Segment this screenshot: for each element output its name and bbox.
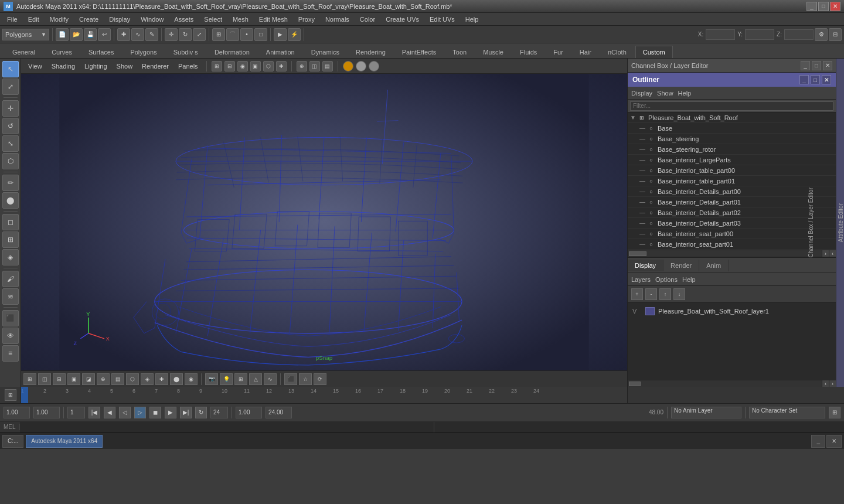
vi-btn-8[interactable]: ⬡ bbox=[126, 373, 139, 385]
anim-end-field[interactable] bbox=[266, 407, 292, 418]
layer-menu-layers[interactable]: Layers bbox=[631, 276, 651, 283]
vi-btn-11[interactable]: ⬤ bbox=[170, 373, 183, 385]
timeline-ruler[interactable]: 1 2 3 4 5 6 7 8 9 10 11 12 13 14 15 16 1… bbox=[21, 387, 627, 403]
vi-btn-light[interactable]: 💡 bbox=[220, 373, 233, 385]
vi-btn-12[interactable]: ◉ bbox=[185, 373, 198, 385]
tab-hair[interactable]: Hair bbox=[572, 46, 599, 58]
minimize-button[interactable]: _ bbox=[806, 2, 817, 11]
attr-tab-1[interactable]: Attribute Editor bbox=[838, 203, 844, 242]
vp-icon-3[interactable]: ◉ bbox=[237, 61, 248, 71]
select-tool-btn[interactable]: ✚ bbox=[117, 28, 130, 41]
mel-input[interactable] bbox=[20, 422, 434, 433]
vi-btn-fx2[interactable]: ☆ bbox=[299, 373, 312, 385]
vp-icon-1[interactable]: ⊞ bbox=[212, 61, 222, 71]
close-button[interactable]: ✕ bbox=[830, 2, 840, 11]
layer-scroll-right[interactable]: › bbox=[829, 380, 836, 387]
prev-keyframe-btn[interactable]: |◀ bbox=[89, 407, 100, 418]
extra-btn[interactable]: ≡ bbox=[2, 345, 19, 362]
menu-mesh[interactable]: Mesh bbox=[228, 15, 253, 24]
taskbar-start[interactable]: C:... bbox=[2, 435, 23, 448]
menu-select[interactable]: Select bbox=[199, 15, 227, 24]
tab-rendering[interactable]: Rendering bbox=[348, 46, 393, 58]
channel-box-close[interactable]: ✕ bbox=[823, 61, 832, 70]
stop-btn[interactable]: ◼ bbox=[149, 407, 161, 418]
create-poly-btn[interactable]: ◻ bbox=[2, 214, 19, 230]
panels-menu[interactable]: Panels bbox=[175, 62, 202, 71]
vp-icon-2[interactable]: ⊟ bbox=[224, 61, 235, 71]
tab-polygons[interactable]: Polygons bbox=[122, 46, 164, 58]
tab-fur[interactable]: Fur bbox=[546, 46, 571, 58]
grid-btn[interactable]: ⊟ bbox=[829, 28, 842, 41]
scale-tool-btn[interactable]: ⤡ bbox=[2, 135, 19, 152]
taskbar-maya[interactable]: Autodesk Maya 2011 x64 bbox=[26, 435, 103, 448]
vp-icon-8[interactable]: ◫ bbox=[309, 61, 320, 71]
vi-btn-nurbs[interactable]: ∿ bbox=[264, 373, 277, 385]
menu-edit-mesh[interactable]: Edit Mesh bbox=[254, 15, 292, 24]
move-tool-btn[interactable]: ✛ bbox=[2, 100, 19, 117]
vp-light-3[interactable] bbox=[369, 61, 379, 71]
taskbar-close[interactable]: ✕ bbox=[826, 435, 842, 448]
lighting-menu[interactable]: Lighting bbox=[81, 62, 111, 71]
menu-modify[interactable]: Modify bbox=[45, 15, 73, 24]
select-tool-btn[interactable]: ↖ bbox=[2, 61, 19, 77]
next-keyframe-btn[interactable]: ▶| bbox=[180, 407, 192, 418]
rotate-btn[interactable]: ↻ bbox=[179, 28, 192, 41]
layer-btn-new[interactable]: + bbox=[631, 288, 643, 300]
tree-item-7[interactable]: — ○ Base_interior_Details_part00 bbox=[628, 186, 836, 197]
mode-dropdown[interactable]: Polygons ▼ bbox=[2, 29, 49, 40]
layer-scrollbar-h[interactable]: ‹ › bbox=[628, 380, 836, 387]
snap-view-btn[interactable]: □ bbox=[254, 28, 267, 41]
vi-btn-grid[interactable]: ⊞ bbox=[234, 373, 247, 385]
vi-btn-6[interactable]: ⊕ bbox=[97, 373, 110, 385]
tree-item-2[interactable]: — ○ Base_steering bbox=[628, 134, 836, 144]
anim-layer-dropdown[interactable]: No Anim Layer bbox=[671, 407, 741, 418]
menu-window[interactable]: Window bbox=[136, 15, 168, 24]
save-file-btn[interactable]: 💾 bbox=[84, 28, 97, 41]
x-input[interactable] bbox=[706, 29, 735, 40]
char-set-icon[interactable]: ⊞ bbox=[829, 407, 840, 418]
layer-btn-add[interactable]: ↑ bbox=[659, 288, 671, 300]
time-field-2[interactable] bbox=[33, 407, 60, 418]
smooth-btn[interactable]: ≋ bbox=[2, 288, 19, 305]
menu-create[interactable]: Create bbox=[74, 15, 103, 24]
transform-tool-btn[interactable]: ⬡ bbox=[2, 153, 19, 169]
menu-edit-uvs[interactable]: Edit UVs bbox=[425, 15, 460, 24]
vi-btn-5[interactable]: ◪ bbox=[82, 373, 95, 385]
maximize-button[interactable]: □ bbox=[818, 2, 829, 11]
vi-btn-fx3[interactable]: ⟳ bbox=[314, 373, 326, 385]
tab-general[interactable]: General bbox=[5, 46, 43, 58]
settings-btn[interactable]: ⚙ bbox=[815, 28, 828, 41]
taskbar-min[interactable]: _ bbox=[811, 435, 825, 448]
tree-item-4[interactable]: — ○ Base_interior_LargeParts bbox=[628, 155, 836, 165]
soft-mod-btn[interactable]: ⬤ bbox=[2, 192, 19, 209]
paint-weights-btn[interactable]: 🖌 bbox=[2, 271, 19, 287]
ipr-btn[interactable]: ⚡ bbox=[288, 28, 301, 41]
outliner-close[interactable]: ✕ bbox=[822, 75, 831, 84]
snap-curve-btn[interactable]: ⌒ bbox=[226, 28, 239, 41]
outliner-minimize[interactable]: _ bbox=[799, 75, 809, 84]
extrude-btn[interactable]: ⊞ bbox=[2, 231, 19, 248]
char-set-dropdown[interactable]: No Character Set bbox=[749, 407, 825, 418]
attr-tab-2[interactable]: Channel Box / Layer Editor bbox=[808, 188, 814, 258]
channel-box-minimize[interactable]: _ bbox=[801, 61, 810, 70]
z-input[interactable] bbox=[784, 29, 814, 40]
layer-row-1[interactable]: V Pleasure_Boat_with_Soft_Roof_layer1 bbox=[630, 305, 833, 318]
tab-painteffects[interactable]: PaintEffects bbox=[394, 46, 444, 58]
vp-icon-6[interactable]: ✚ bbox=[276, 61, 287, 71]
tree-item-11[interactable]: — ○ Base_interior_seat_part00 bbox=[628, 229, 836, 239]
outliner-scrollbar-h[interactable]: › ‹ bbox=[628, 250, 836, 257]
snap-point-btn[interactable]: • bbox=[240, 28, 253, 41]
play-btn[interactable]: ▷ bbox=[134, 407, 146, 418]
time-field-current[interactable] bbox=[4, 407, 30, 418]
layer-btn[interactable]: ⬛ bbox=[2, 310, 19, 326]
scroll-right-btn[interactable]: › bbox=[822, 250, 829, 257]
move-btn[interactable]: ✛ bbox=[165, 28, 178, 41]
layer-tab-render[interactable]: Render bbox=[663, 260, 699, 271]
show-hide-btn[interactable]: 👁 bbox=[2, 328, 19, 344]
anim-start-field[interactable] bbox=[236, 407, 262, 418]
tab-deformation[interactable]: Deformation bbox=[207, 46, 257, 58]
lasso-select-btn[interactable]: ⤢ bbox=[2, 79, 19, 95]
vp-icon-5[interactable]: ⬡ bbox=[263, 61, 274, 71]
layer-tab-display[interactable]: Display bbox=[628, 260, 663, 271]
vi-btn-camera[interactable]: 📷 bbox=[205, 373, 218, 385]
